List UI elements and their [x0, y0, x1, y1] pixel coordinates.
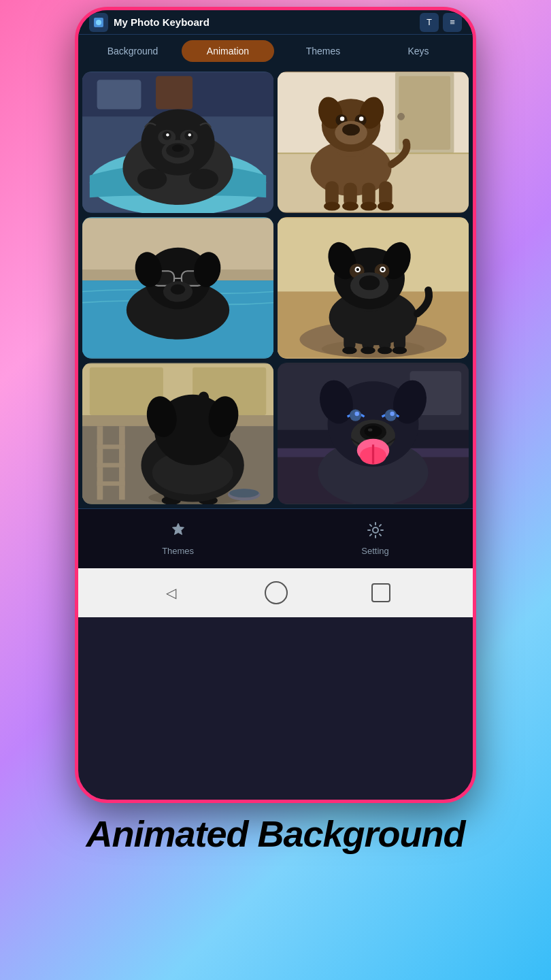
svg-point-13: [166, 133, 169, 136]
recent-button[interactable]: [371, 583, 390, 602]
svg-point-42: [359, 116, 363, 120]
themes-icon: [169, 521, 187, 543]
svg-point-75: [342, 347, 357, 355]
svg-point-34: [378, 202, 394, 211]
bottom-nav: Themes Setting: [78, 508, 473, 568]
home-bar: ◁: [78, 568, 473, 617]
tab-background[interactable]: Background: [86, 40, 179, 62]
svg-point-41: [340, 116, 344, 120]
svg-rect-101: [97, 463, 125, 468]
photo-cell-3[interactable]: [82, 217, 273, 359]
photo-cell-4[interactable]: [278, 217, 469, 359]
photo-cell-6[interactable]: [278, 363, 469, 504]
svg-point-32: [342, 202, 358, 211]
app-title: My Photo Keyboard: [114, 16, 420, 28]
svg-point-89: [381, 268, 384, 271]
themes-label: Themes: [162, 546, 194, 556]
svg-point-31: [324, 202, 340, 211]
bottom-nav-setting[interactable]: Setting: [345, 516, 405, 561]
svg-point-128: [390, 412, 394, 416]
setting-label: Setting: [361, 546, 388, 556]
svg-point-18: [137, 169, 167, 189]
svg-rect-23: [399, 76, 450, 150]
phone-wrapper: My Photo Keyboard T ≡ Background Animati…: [75, 7, 476, 803]
setting-icon: [367, 521, 384, 543]
svg-point-91: [359, 276, 380, 291]
photo-cell-2[interactable]: [278, 71, 469, 213]
svg-point-78: [393, 347, 407, 355]
top-bar: My Photo Keyboard T ≡: [78, 10, 473, 35]
svg-rect-102: [97, 482, 125, 486]
bottom-nav-themes[interactable]: Themes: [146, 516, 210, 561]
svg-point-17: [172, 144, 184, 152]
svg-point-127: [354, 412, 358, 416]
photo-grid: [78, 67, 473, 508]
svg-point-44: [342, 124, 360, 135]
svg-rect-5: [156, 76, 193, 110]
back-button[interactable]: ◁: [161, 583, 181, 603]
svg-point-134: [365, 425, 382, 437]
svg-point-136: [373, 527, 378, 533]
svg-point-114: [229, 489, 258, 497]
svg-point-88: [356, 268, 359, 271]
svg-point-19: [189, 169, 218, 189]
svg-point-14: [188, 133, 191, 136]
nav-tabs: Background Animation Themes Keys: [78, 35, 473, 67]
svg-point-135: [368, 429, 372, 431]
svg-point-33: [361, 202, 377, 211]
tab-animation[interactable]: Animation: [182, 40, 274, 62]
font-size-button[interactable]: T: [420, 13, 439, 32]
svg-rect-100: [97, 445, 125, 449]
home-button[interactable]: [265, 581, 288, 604]
tab-keys[interactable]: Keys: [372, 40, 465, 62]
svg-point-1: [96, 20, 101, 25]
photo-cell-1[interactable]: [82, 71, 273, 213]
caption: Animated Background: [86, 813, 465, 855]
svg-point-63: [171, 284, 186, 295]
svg-point-77: [378, 347, 393, 355]
menu-button[interactable]: ≡: [443, 13, 462, 32]
tab-themes[interactable]: Themes: [277, 40, 369, 62]
app-icon: [89, 13, 108, 32]
photo-cell-5[interactable]: [82, 363, 273, 504]
svg-point-76: [361, 347, 375, 355]
svg-rect-4: [97, 80, 141, 109]
svg-point-24: [397, 113, 405, 120]
